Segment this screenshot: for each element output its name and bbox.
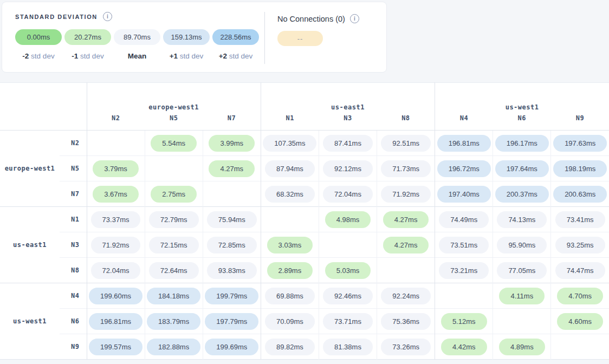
row-region-header: us-east1 — [0, 207, 60, 283]
latency-chip: 95.90ms — [497, 237, 547, 253]
latency-chip: 73.21ms — [439, 262, 489, 279]
matrix-cell — [145, 156, 203, 181]
latency-chip: 71.92ms — [91, 237, 141, 253]
matrix-body: europe-west1N25.54ms3.99ms107.35ms87.41m… — [0, 131, 609, 360]
matrix-cell: 72.04ms — [87, 258, 145, 283]
matrix-cell: 71.92ms — [87, 232, 145, 258]
latency-chip: 4.89ms — [499, 339, 545, 355]
row-node-header: N1 — [60, 207, 87, 232]
matrix-cell: 92.51ms — [377, 131, 435, 156]
matrix-cell: 87.94ms — [261, 156, 319, 181]
row-node-header: N2 — [60, 131, 87, 156]
matrix-cell: 2.75ms — [145, 181, 203, 207]
legend-card: STANDARD DEVIATION i 0.00ms20.27ms89.70m… — [2, 2, 387, 73]
latency-chip: 4.42ms — [441, 339, 487, 355]
matrix-cell: 72.85ms — [203, 232, 261, 258]
latency-chip: 5.12ms — [441, 313, 487, 330]
matrix-cell: 200.37ms — [493, 181, 551, 207]
row-node-header: N9 — [60, 334, 87, 360]
latency-chip: 197.63ms — [553, 135, 607, 152]
matrix-cell: 68.32ms — [261, 181, 319, 207]
matrix-cell: 197.63ms — [551, 131, 609, 156]
latency-chip: 5.03ms — [325, 262, 371, 279]
latency-chip: 199.57ms — [89, 339, 142, 355]
column-node-header: N6 — [493, 114, 551, 131]
matrix-cell: 4.27ms — [377, 232, 435, 258]
latency-chip: 4.70ms — [557, 288, 603, 304]
latency-matrix-table: europe-west1us-east1us-west1N2N5N7N1N3N8… — [0, 82, 609, 360]
matrix-cell: 92.24ms — [377, 283, 435, 309]
latency-chip: 73.51ms — [439, 237, 489, 253]
matrix-cell: 5.54ms — [145, 131, 203, 156]
latency-chip: 70.09ms — [265, 313, 315, 330]
matrix-cell: 3.99ms — [203, 131, 261, 156]
table-row: N53.79ms4.27ms87.94ms92.12ms71.73ms196.7… — [0, 156, 609, 181]
latency-chip: 197.40ms — [437, 186, 491, 203]
latency-chip: 4.27ms — [383, 211, 429, 228]
latency-chip: 4.27ms — [383, 237, 429, 253]
latency-chip: 196.17ms — [495, 135, 549, 152]
no-connections-title: No Connections (0) — [277, 15, 345, 23]
legend-chip: 0.00ms — [15, 29, 62, 45]
latency-chip: 72.04ms — [91, 262, 141, 279]
matrix-cell — [551, 334, 609, 360]
latency-chip: 2.89ms — [267, 262, 313, 279]
matrix-cell: 196.72ms — [435, 156, 493, 181]
legend-label: +2 std dev — [212, 52, 259, 60]
std-dev-legend: STANDARD DEVIATION i 0.00ms20.27ms89.70m… — [15, 12, 259, 60]
matrix-cell: 199.69ms — [203, 334, 261, 360]
matrix-cell: 69.88ms — [261, 283, 319, 309]
latency-chip: 81.38ms — [323, 339, 373, 355]
latency-chip: 69.88ms — [265, 288, 315, 304]
column-node-header: N4 — [435, 114, 493, 131]
matrix-cell — [493, 309, 551, 334]
matrix-cell: 3.03ms — [261, 232, 319, 258]
table-row: us-west1N4199.60ms184.18ms199.79ms69.88m… — [0, 283, 609, 309]
matrix-cell: 2.89ms — [261, 258, 319, 283]
latency-chip: 198.19ms — [553, 160, 607, 177]
matrix-cell: 107.35ms — [261, 131, 319, 156]
latency-chip: 196.81ms — [89, 313, 142, 330]
latency-chip: 77.05ms — [497, 262, 547, 279]
latency-chip: 71.92ms — [381, 186, 431, 203]
matrix-cell: 197.40ms — [435, 181, 493, 207]
matrix-cell — [319, 232, 377, 258]
latency-chip: 199.69ms — [205, 339, 258, 355]
column-node-row: N2N5N7N1N3N8N4N6N9 — [0, 114, 609, 131]
column-node-header: N1 — [261, 114, 319, 131]
table-row: europe-west1N25.54ms3.99ms107.35ms87.41m… — [0, 131, 609, 156]
legend-label: Mean — [114, 52, 160, 60]
matrix-header: europe-west1us-east1us-west1N2N5N7N1N3N8… — [0, 83, 609, 131]
latency-chip: 2.75ms — [151, 186, 197, 203]
latency-chip: 72.15ms — [149, 237, 199, 253]
latency-chip: 72.85ms — [207, 237, 257, 253]
matrix-cell: 73.51ms — [435, 232, 493, 258]
matrix-cell: 75.36ms — [377, 309, 435, 334]
matrix-cell — [435, 283, 493, 309]
matrix-cell: 81.38ms — [319, 334, 377, 360]
info-icon[interactable]: i — [103, 12, 112, 21]
latency-chip: 3.67ms — [93, 186, 139, 203]
matrix-cell — [261, 207, 319, 232]
legend-chip-row: 0.00ms20.27ms89.70ms159.13ms228.56ms — [15, 29, 259, 45]
row-node-header: N6 — [60, 309, 87, 334]
matrix-cell: 75.94ms — [203, 207, 261, 232]
matrix-corner — [0, 83, 87, 114]
row-region-header: europe-west1 — [0, 131, 60, 207]
latency-chip: 74.13ms — [497, 211, 547, 228]
matrix-cell: 92.46ms — [319, 283, 377, 309]
latency-chip: 68.32ms — [265, 186, 315, 203]
info-icon[interactable]: i — [350, 14, 359, 23]
matrix-cell: 73.41ms — [551, 207, 609, 232]
matrix-cell: 4.70ms — [551, 283, 609, 309]
matrix-corner — [0, 114, 87, 131]
latency-chip: 93.83ms — [207, 262, 257, 279]
table-row: N872.04ms72.64ms93.83ms2.89ms5.03ms73.21… — [0, 258, 609, 283]
latency-chip: 92.24ms — [381, 288, 431, 304]
matrix-cell: 4.27ms — [203, 156, 261, 181]
matrix-cell: 4.89ms — [493, 334, 551, 360]
row-node-header: N8 — [60, 258, 87, 283]
latency-chip: 73.26ms — [381, 339, 431, 355]
latency-chip: 3.79ms — [93, 160, 139, 177]
matrix-cell: 5.03ms — [319, 258, 377, 283]
